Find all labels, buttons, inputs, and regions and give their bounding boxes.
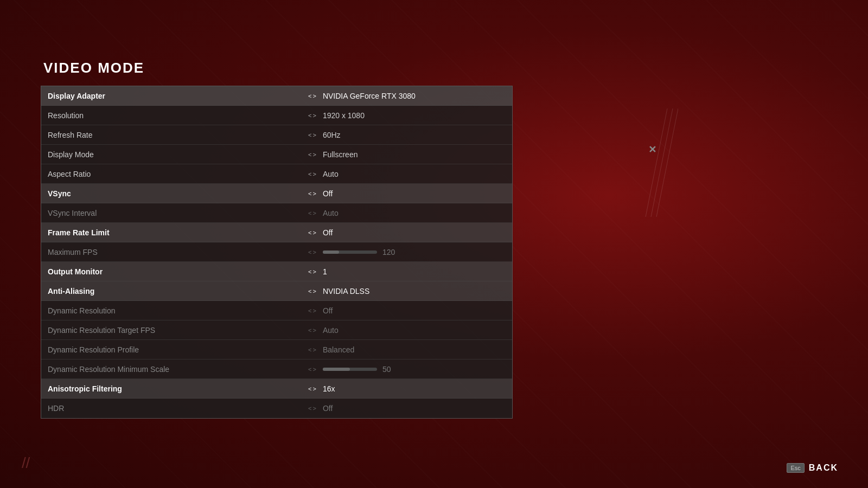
chevron-left-dynamic-resolution-minimum-scale[interactable]: <	[308, 366, 311, 373]
setting-row-dynamic-resolution[interactable]: Dynamic Resolution<>Off	[41, 301, 512, 320]
chevrons-vsync-interval: <>	[308, 210, 316, 216]
setting-value-anisotropic-filtering: 16x	[323, 384, 335, 393]
chevron-right-dynamic-resolution[interactable]: >	[312, 307, 316, 314]
chevron-left-hdr[interactable]: <	[308, 405, 311, 412]
setting-row-resolution[interactable]: Resolution<>1920 x 1080	[41, 106, 512, 125]
chevrons-frame-rate-limit: <>	[308, 229, 316, 236]
setting-row-anisotropic-filtering[interactable]: Anisotropic Filtering<>16x	[41, 379, 512, 399]
setting-row-dynamic-resolution-target-fps[interactable]: Dynamic Resolution Target FPS<>Auto	[41, 320, 512, 340]
setting-value-dynamic-resolution-target-fps: Auto	[323, 326, 339, 335]
setting-value-area-display-mode: <>Fullscreen	[308, 150, 506, 159]
chevron-left-dynamic-resolution-profile[interactable]: <	[308, 346, 311, 353]
setting-row-vsync-interval[interactable]: VSync Interval<>Auto	[41, 203, 512, 223]
setting-row-display-adapter[interactable]: Display Adapter<>NVIDIA GeForce RTX 3080	[41, 86, 512, 106]
chevrons-dynamic-resolution-profile: <>	[308, 346, 316, 353]
setting-row-aspect-ratio[interactable]: Aspect Ratio<>Auto	[41, 164, 512, 184]
setting-value-area-dynamic-resolution-profile: <>Balanced	[308, 345, 506, 354]
setting-row-maximum-fps[interactable]: Maximum FPS<>120	[41, 242, 512, 262]
chevrons-refresh-rate: <>	[308, 132, 316, 138]
decoration-slash: / /	[22, 454, 28, 472]
setting-label-dynamic-resolution-minimum-scale: Dynamic Resolution Minimum Scale	[48, 365, 308, 374]
setting-value-area-anisotropic-filtering: <>16x	[308, 384, 506, 393]
chevron-right-vsync[interactable]: >	[312, 190, 316, 197]
setting-value-area-vsync-interval: <>Auto	[308, 209, 506, 217]
setting-row-output-monitor[interactable]: Output Monitor<>1	[41, 262, 512, 281]
setting-value-area-aspect-ratio: <>Auto	[308, 170, 506, 178]
slider-container-maximum-fps: 120	[323, 248, 399, 256]
chevron-right-dynamic-resolution-minimum-scale[interactable]: >	[312, 366, 316, 373]
setting-value-output-monitor: 1	[323, 267, 327, 276]
slider-container-dynamic-resolution-minimum-scale: 50	[323, 365, 399, 374]
chevron-left-anti-aliasing[interactable]: <	[308, 288, 311, 294]
setting-value-area-output-monitor: <>1	[308, 267, 506, 276]
chevrons-dynamic-resolution-target-fps: <>	[308, 327, 316, 333]
setting-value-hdr: Off	[323, 404, 333, 413]
setting-row-refresh-rate[interactable]: Refresh Rate<>60Hz	[41, 125, 512, 145]
chevron-left-maximum-fps[interactable]: <	[308, 249, 311, 255]
setting-value-area-dynamic-resolution-minimum-scale: <>50	[308, 365, 506, 374]
setting-value-aspect-ratio: Auto	[323, 170, 339, 178]
chevron-right-resolution[interactable]: >	[312, 112, 316, 119]
setting-row-vsync[interactable]: VSync<>Off	[41, 184, 512, 203]
chevron-right-dynamic-resolution-target-fps[interactable]: >	[312, 327, 316, 333]
setting-label-frame-rate-limit: Frame Rate Limit	[48, 228, 308, 237]
setting-value-vsync-interval: Auto	[323, 209, 339, 217]
setting-value-display-mode: Fullscreen	[323, 150, 358, 159]
chevron-left-resolution[interactable]: <	[308, 112, 311, 119]
chevron-left-refresh-rate[interactable]: <	[308, 132, 311, 138]
setting-label-dynamic-resolution-target-fps: Dynamic Resolution Target FPS	[48, 326, 308, 335]
chevron-right-anisotropic-filtering[interactable]: >	[312, 386, 316, 392]
chevrons-display-mode: <>	[308, 151, 316, 158]
setting-value-area-refresh-rate: <>60Hz	[308, 131, 506, 139]
setting-value-area-display-adapter: <>NVIDIA GeForce RTX 3080	[308, 92, 506, 100]
setting-row-display-mode[interactable]: Display Mode<>Fullscreen	[41, 145, 512, 164]
chevron-left-dynamic-resolution[interactable]: <	[308, 307, 311, 314]
setting-value-area-resolution: <>1920 x 1080	[308, 111, 506, 120]
chevron-right-maximum-fps[interactable]: >	[312, 249, 316, 255]
setting-row-anti-aliasing[interactable]: Anti-Aliasing<>NVIDIA DLSS	[41, 281, 512, 301]
setting-label-anti-aliasing: Anti-Aliasing	[48, 287, 308, 296]
slider-track-maximum-fps[interactable]	[323, 251, 377, 254]
chevron-right-frame-rate-limit[interactable]: >	[312, 229, 316, 236]
setting-value-area-dynamic-resolution: <>Off	[308, 306, 506, 315]
chevron-right-aspect-ratio[interactable]: >	[312, 171, 316, 177]
chevron-right-vsync-interval[interactable]: >	[312, 210, 316, 216]
chevron-left-display-adapter[interactable]: <	[308, 93, 311, 99]
setting-label-hdr: HDR	[48, 404, 308, 413]
chevron-left-vsync-interval[interactable]: <	[308, 210, 311, 216]
setting-row-frame-rate-limit[interactable]: Frame Rate Limit<>Off	[41, 223, 512, 242]
back-button[interactable]: Esc BACK	[787, 463, 838, 473]
chevron-left-aspect-ratio[interactable]: <	[308, 171, 311, 177]
chevron-right-display-adapter[interactable]: >	[312, 93, 316, 99]
setting-value-frame-rate-limit: Off	[323, 228, 333, 237]
setting-row-dynamic-resolution-profile[interactable]: Dynamic Resolution Profile<>Balanced	[41, 340, 512, 359]
chevron-right-display-mode[interactable]: >	[312, 151, 316, 158]
chevron-left-output-monitor[interactable]: <	[308, 268, 311, 275]
setting-label-display-mode: Display Mode	[48, 150, 308, 159]
chevron-left-vsync[interactable]: <	[308, 190, 311, 197]
setting-row-hdr[interactable]: HDR<>Off	[41, 399, 512, 418]
chevron-right-hdr[interactable]: >	[312, 405, 316, 412]
chevron-left-frame-rate-limit[interactable]: <	[308, 229, 311, 236]
slider-fill-maximum-fps	[323, 251, 339, 254]
decoration-lines	[635, 108, 678, 217]
chevrons-resolution: <>	[308, 112, 316, 119]
setting-label-dynamic-resolution: Dynamic Resolution	[48, 306, 308, 315]
slider-track-dynamic-resolution-minimum-scale[interactable]	[323, 368, 377, 371]
chevron-right-refresh-rate[interactable]: >	[312, 132, 316, 138]
setting-value-display-adapter: NVIDIA GeForce RTX 3080	[323, 92, 416, 100]
chevron-right-output-monitor[interactable]: >	[312, 268, 316, 275]
setting-label-vsync: VSync	[48, 189, 308, 198]
chevron-right-dynamic-resolution-profile[interactable]: >	[312, 346, 316, 353]
setting-label-refresh-rate: Refresh Rate	[48, 131, 308, 139]
setting-row-dynamic-resolution-minimum-scale[interactable]: Dynamic Resolution Minimum Scale<>50	[41, 359, 512, 379]
svg-line-1	[651, 108, 673, 217]
setting-label-output-monitor: Output Monitor	[48, 267, 308, 276]
chevron-left-anisotropic-filtering[interactable]: <	[308, 386, 311, 392]
chevron-left-display-mode[interactable]: <	[308, 151, 311, 158]
chevrons-vsync: <>	[308, 190, 316, 197]
setting-value-area-vsync: <>Off	[308, 189, 506, 198]
chevrons-maximum-fps: <>	[308, 249, 316, 255]
chevron-right-anti-aliasing[interactable]: >	[312, 288, 316, 294]
chevron-left-dynamic-resolution-target-fps[interactable]: <	[308, 327, 311, 333]
